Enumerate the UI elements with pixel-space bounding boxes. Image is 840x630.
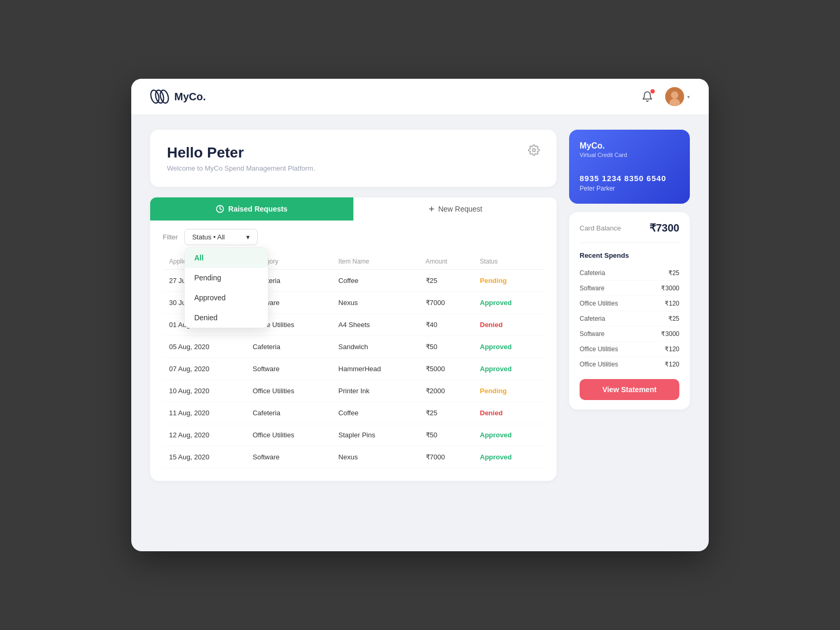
spend-item: Office Utilities ₹120 (580, 357, 679, 371)
filter-option-denied[interactable]: Denied (185, 308, 268, 328)
requests-panel: Raised Requests New Request Filter Sta (150, 197, 556, 481)
user-avatar-button[interactable]: ▾ (665, 87, 690, 106)
cell-item: A4 Sheets (332, 314, 419, 336)
spend-category: Office Utilities (580, 361, 618, 368)
raised-tab-label: Raised Requests (228, 205, 288, 213)
plus-icon (428, 205, 435, 213)
filter-dropdown-menu: All Pending Approved Denied (184, 247, 268, 328)
filter-option-all[interactable]: All (185, 248, 268, 268)
balance-value: ₹7300 (649, 222, 680, 234)
cell-status: Pending (474, 380, 544, 402)
cell-status: Denied (474, 402, 544, 424)
spends-list: Cafeteria ₹25 Software ₹3000 Office Util… (580, 266, 679, 371)
notification-bell-button[interactable] (638, 87, 657, 106)
cell-amount: ₹2000 (419, 380, 474, 402)
card-holder: Peter Parker (580, 185, 679, 192)
spend-category: Software (580, 330, 604, 338)
cell-category: Software (246, 358, 332, 380)
cell-amount: ₹5000 (419, 358, 474, 380)
main-content: Hello Peter Welcome to MyCo Spend Manage… (131, 115, 709, 496)
header-right: ▾ (638, 87, 690, 106)
cell-status: Approved (474, 358, 544, 380)
table-row[interactable]: 10 Aug, 2020 Office Utilities Printer In… (163, 380, 544, 402)
spend-amount: ₹3000 (661, 285, 679, 292)
cell-amount: ₹40 (419, 314, 474, 336)
greeting-subtitle: Welcome to MyCo Spend Management Platfor… (167, 164, 315, 172)
spend-amount: ₹120 (665, 300, 679, 307)
header: MyCo. ▾ (131, 79, 709, 115)
spend-category: Office Utilities (580, 345, 618, 353)
cell-status: Approved (474, 336, 544, 358)
logo-text: MyCo. (174, 91, 206, 103)
cell-date: 12 Aug, 2020 (163, 424, 246, 446)
avatar (665, 87, 684, 106)
spend-item: Office Utilities ₹120 (580, 296, 679, 311)
cell-item: Nexus (332, 292, 419, 314)
cell-category: Office Utilities (246, 424, 332, 446)
cell-amount: ₹25 (419, 270, 474, 292)
spend-category: Office Utilities (580, 300, 618, 307)
hello-card: Hello Peter Welcome to MyCo Spend Manage… (150, 130, 556, 187)
spend-amount: ₹25 (668, 269, 679, 277)
clock-icon (216, 205, 224, 213)
cell-status: Approved (474, 446, 544, 468)
card-brand: MyCo. (580, 141, 679, 151)
cell-category: Office Utilities (246, 380, 332, 402)
dropdown-chevron-icon: ▾ (246, 233, 250, 241)
spend-category: Cafeteria (580, 269, 605, 277)
cell-amount: ₹50 (419, 424, 474, 446)
balance-label: Card Balance (580, 224, 621, 232)
right-panel: MyCo. Virtual Credit Card 8935 1234 8350… (569, 130, 690, 481)
raised-requests-tab[interactable]: Raised Requests (150, 197, 353, 220)
table-row[interactable]: 07 Aug, 2020 Software HammerHead ₹5000 A… (163, 358, 544, 380)
table-row[interactable]: 05 Aug, 2020 Cafeteria Sandwich ₹50 Appr… (163, 336, 544, 358)
cell-status: Denied (474, 314, 544, 336)
cell-item: Coffee (332, 270, 419, 292)
gear-icon (528, 144, 540, 156)
cell-category: Cafeteria (246, 402, 332, 424)
svg-point-4 (671, 91, 678, 99)
table-row[interactable]: 12 Aug, 2020 Office Utilities Stapler Pi… (163, 424, 544, 446)
logo-icon (150, 87, 169, 106)
table-row[interactable]: 11 Aug, 2020 Cafeteria Coffee ₹25 Denied (163, 402, 544, 424)
spend-item: Cafeteria ₹25 (580, 311, 679, 327)
filter-label: Filter (163, 233, 178, 241)
view-statement-button[interactable]: View Statement (580, 379, 679, 400)
cell-amount: ₹50 (419, 336, 474, 358)
cell-date: 07 Aug, 2020 (163, 358, 246, 380)
new-request-tab[interactable]: New Request (353, 197, 557, 220)
filter-option-approved[interactable]: Approved (185, 288, 268, 308)
cell-item: Printer Ink (332, 380, 419, 402)
col-item: Item Name (332, 254, 419, 270)
filter-row: Filter Status • All ▾ All Pending Approv… (150, 220, 556, 254)
cell-status: Approved (474, 292, 544, 314)
table-row[interactable]: 15 Aug, 2020 Software Nexus ₹7000 Approv… (163, 446, 544, 468)
spend-amount: ₹25 (668, 315, 679, 322)
new-tab-label: New Request (438, 205, 482, 213)
cell-item: Nexus (332, 446, 419, 468)
cell-date: 15 Aug, 2020 (163, 446, 246, 468)
spend-category: Software (580, 285, 604, 292)
cell-item: Sandwich (332, 336, 419, 358)
cell-amount: ₹7000 (419, 446, 474, 468)
cell-item: Stapler Pins (332, 424, 419, 446)
filter-select-button[interactable]: Status • All ▾ (184, 229, 258, 245)
greeting-title: Hello Peter (167, 144, 315, 161)
filter-option-pending[interactable]: Pending (185, 268, 268, 288)
spend-amount: ₹120 (665, 361, 679, 368)
cell-amount: ₹7000 (419, 292, 474, 314)
credit-card: MyCo. Virtual Credit Card 8935 1234 8350… (569, 130, 690, 204)
greeting-text: Hello Peter Welcome to MyCo Spend Manage… (167, 144, 315, 172)
card-info-box: Card Balance ₹7300 Recent Spends Cafeter… (569, 212, 690, 410)
settings-button[interactable] (528, 144, 540, 158)
spend-item: Cafeteria ₹25 (580, 266, 679, 281)
col-status: Status (474, 254, 544, 270)
cell-item: HammerHead (332, 358, 419, 380)
card-type: Virtual Credit Card (580, 152, 679, 158)
card-number: 8935 1234 8350 6540 (580, 174, 679, 183)
left-panel: Hello Peter Welcome to MyCo Spend Manage… (150, 130, 556, 481)
cell-date: 11 Aug, 2020 (163, 402, 246, 424)
logo-area: MyCo. (150, 87, 206, 106)
cell-date: 10 Aug, 2020 (163, 380, 246, 402)
spend-category: Cafeteria (580, 315, 605, 322)
